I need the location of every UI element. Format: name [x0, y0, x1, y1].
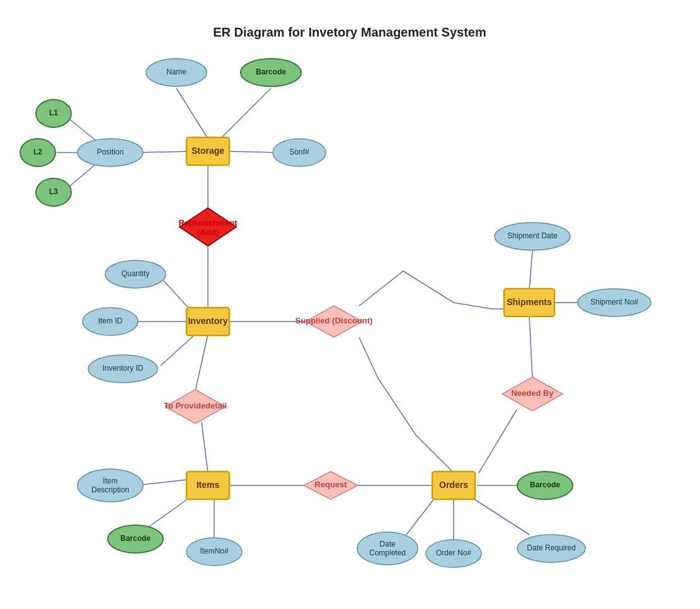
attr-name-label: Name — [166, 67, 186, 76]
connector — [145, 498, 189, 530]
relation-replenishment-label2: (Add) — [197, 228, 219, 237]
entity-storage-label: Storage — [192, 146, 224, 156]
attr-item-id-label: Item ID — [98, 316, 123, 325]
connector — [161, 334, 195, 366]
attr-date-completed-label: Date — [379, 540, 396, 548]
relation-supplied-label: Supplied (Discount) — [295, 316, 373, 325]
attr-barcode-orders-label: Barcode — [530, 480, 560, 489]
attr-l3-label: L3 — [49, 187, 58, 196]
attr-inventory-id-label: Inventory ID — [103, 364, 144, 373]
attr-shipment-date-label: Shipment Date — [507, 231, 558, 240]
relation-request-label: Request — [314, 480, 347, 489]
connector — [135, 151, 192, 153]
attr-l1-label: L1 — [49, 108, 58, 117]
connector — [406, 498, 435, 535]
connector — [176, 88, 208, 139]
connector — [195, 334, 208, 391]
attr-position-label: Position — [97, 148, 124, 156]
attr-l2-label: L2 — [33, 148, 42, 156]
relation-needed-by-label: Needed By — [511, 388, 554, 398]
connector — [479, 410, 517, 473]
entity-orders-label: Orders — [439, 480, 468, 490]
attr-shipment-no-label: Shipment No# — [590, 298, 638, 306]
connector — [66, 117, 98, 142]
attr-date-completed-label2: Completed — [369, 548, 406, 557]
entity-items-label: Items — [197, 480, 220, 490]
connector — [529, 251, 532, 290]
diagram-title: ER Diagram for Invetory Management Syste… — [213, 25, 486, 39]
connector — [473, 498, 529, 535]
connector — [529, 315, 532, 378]
connector — [227, 151, 280, 153]
relation-providedetail-label: To Providedetail — [164, 401, 227, 410]
connector — [359, 337, 454, 473]
connector — [202, 422, 208, 473]
entity-inventory-label: Inventory — [188, 316, 227, 326]
entity-shipments-label: Shipments — [507, 297, 552, 307]
connector — [359, 271, 504, 309]
attr-date-required-label: Date Required — [527, 543, 575, 552]
attr-barcode-storage-label: Barcode — [256, 67, 286, 76]
connector — [221, 88, 271, 139]
attr-item-desc-label: Item — [103, 477, 117, 485]
connector — [135, 479, 192, 485]
attr-itemno-label: ItemNo# — [200, 547, 229, 555]
attr-quantity-label: Quantity — [122, 269, 150, 278]
relation-replenishment-label: Replenishment — [178, 218, 238, 228]
attr-barcode-items-label: Barcode — [120, 534, 151, 543]
connector — [66, 163, 98, 189]
attr-item-desc-label2: Description — [91, 485, 129, 494]
connector — [161, 277, 192, 312]
attr-sonf-label: Sonf# — [289, 148, 309, 156]
attr-order-no-label: Order No# — [436, 548, 471, 557]
